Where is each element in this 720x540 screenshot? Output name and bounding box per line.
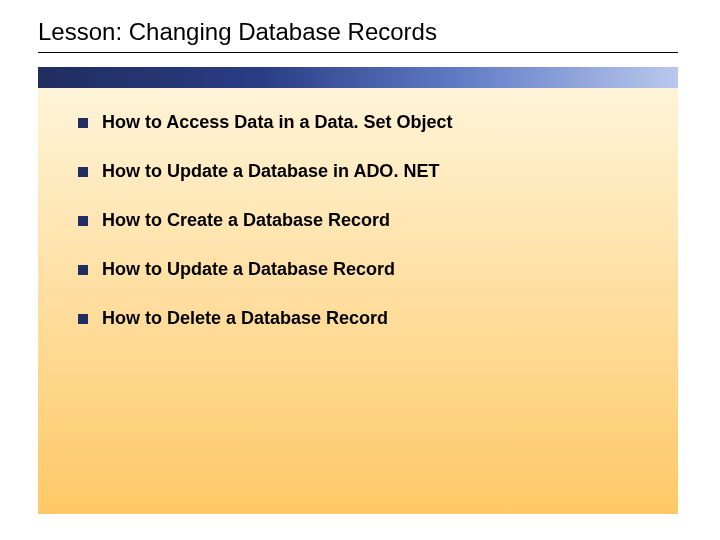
- bullet-list: How to Access Data in a Data. Set Object…: [78, 112, 638, 357]
- list-item-label: How to Update a Database in ADO. NET: [102, 161, 439, 182]
- list-item: How to Update a Database in ADO. NET: [78, 161, 638, 182]
- square-bullet-icon: [78, 314, 88, 324]
- list-item-label: How to Delete a Database Record: [102, 308, 388, 329]
- list-item: How to Access Data in a Data. Set Object: [78, 112, 638, 133]
- slide-title: Lesson: Changing Database Records: [38, 18, 437, 46]
- square-bullet-icon: [78, 216, 88, 226]
- square-bullet-icon: [78, 265, 88, 275]
- square-bullet-icon: [78, 118, 88, 128]
- header-band: [38, 67, 678, 88]
- list-item-label: How to Access Data in a Data. Set Object: [102, 112, 452, 133]
- title-underline: [38, 52, 678, 53]
- list-item: How to Create a Database Record: [78, 210, 638, 231]
- list-item-label: How to Update a Database Record: [102, 259, 395, 280]
- list-item-label: How to Create a Database Record: [102, 210, 390, 231]
- list-item: How to Update a Database Record: [78, 259, 638, 280]
- list-item: How to Delete a Database Record: [78, 308, 638, 329]
- square-bullet-icon: [78, 167, 88, 177]
